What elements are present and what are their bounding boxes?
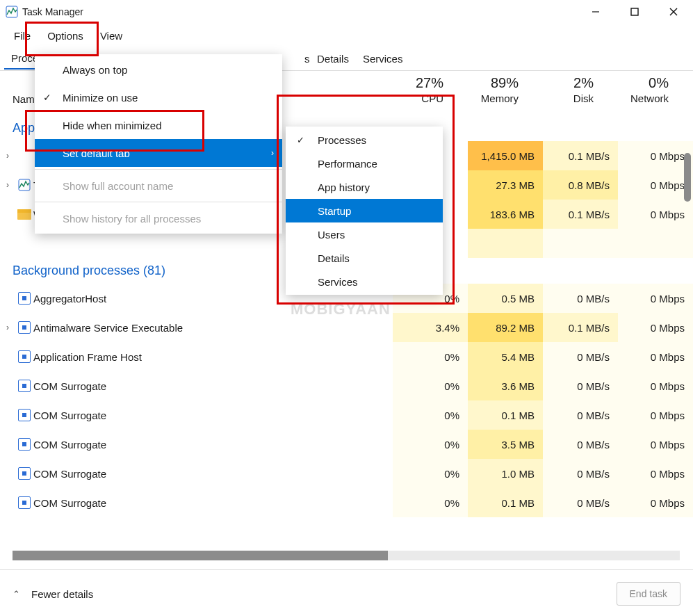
network-cell: 0 Mbps bbox=[618, 371, 693, 400]
memory-usage-percent: 89% bbox=[449, 75, 519, 91]
check-icon: ✓ bbox=[297, 135, 304, 145]
fewer-details-link[interactable]: Fewer details bbox=[31, 588, 93, 600]
horizontal-scrollbar[interactable] bbox=[13, 551, 680, 560]
network-cell: 0 Mbps bbox=[618, 342, 693, 371]
option-always-on-top[interactable]: Always on top bbox=[35, 56, 282, 83]
network-cell: 0 Mbps bbox=[618, 284, 693, 313]
process-row[interactable]: COM Surrogate 0% 3.6 MB 0 MB/s 0 Mbps bbox=[0, 371, 693, 400]
submenu-label: App history bbox=[318, 181, 370, 193]
disk-cell: 0.1 MB/s bbox=[543, 200, 618, 229]
process-row[interactable]: Application Frame Host 0% 5.4 MB 0 MB/s … bbox=[0, 342, 693, 371]
cpu-cell: 0% bbox=[393, 430, 468, 459]
submenu-services[interactable]: Services bbox=[286, 270, 443, 293]
task-manager-app-icon bbox=[6, 6, 18, 18]
option-label: Minimize on use bbox=[63, 92, 138, 104]
option-label: Always on top bbox=[63, 64, 127, 76]
memory-cell: 0.1 MB bbox=[468, 400, 543, 430]
submenu-label: Users bbox=[318, 229, 345, 241]
process-name: COM Surrogate bbox=[33, 468, 393, 480]
process-name: Antimalware Service Executable bbox=[33, 322, 393, 334]
expand-chevron-icon[interactable]: › bbox=[0, 180, 15, 190]
process-row[interactable]: COM Surrogate 0% 0.1 MB 0 MB/s 0 Mbps bbox=[0, 400, 693, 430]
column-header-disk[interactable]: 2% Disk bbox=[524, 75, 594, 104]
submenu-startup[interactable]: Startup bbox=[286, 199, 443, 222]
network-cell: 0 Mbps bbox=[618, 313, 693, 342]
column-header-cpu[interactable]: 27% CPU bbox=[374, 75, 443, 104]
vertical-scroll-thumb[interactable] bbox=[684, 153, 691, 202]
end-task-button[interactable]: End task bbox=[617, 582, 680, 606]
process-name: COM Surrogate bbox=[33, 439, 393, 451]
network-cell: 0 Mbps bbox=[618, 170, 693, 200]
options-dropdown-menu: Always on top ✓ Minimize on use Hide whe… bbox=[35, 54, 282, 234]
tab-services[interactable]: Services bbox=[356, 49, 410, 69]
svg-rect-2 bbox=[631, 8, 638, 15]
menu-separator bbox=[35, 169, 282, 170]
network-cell: 0 Mbps bbox=[618, 200, 693, 229]
menu-options[interactable]: Options bbox=[39, 26, 92, 46]
check-icon: ✓ bbox=[43, 92, 51, 103]
process-icon bbox=[15, 350, 33, 363]
process-row[interactable]: COM Surrogate 0% 3.5 MB 0 MB/s 0 Mbps bbox=[0, 430, 693, 459]
chevron-up-icon[interactable]: ⌃ bbox=[13, 589, 20, 599]
disk-cell: 0 MB/s bbox=[543, 488, 618, 517]
watermark-text: MOBIGYAAN bbox=[291, 300, 391, 318]
menubar: File Options View bbox=[0, 24, 693, 47]
menu-file[interactable]: File bbox=[6, 26, 39, 46]
cpu-cell: 0% bbox=[393, 488, 468, 517]
titlebar: Task Manager bbox=[0, 0, 693, 24]
menu-view[interactable]: View bbox=[92, 26, 131, 46]
memory-cell: 1.0 MB bbox=[468, 459, 543, 488]
submenu-processes[interactable]: ✓ Processes bbox=[286, 128, 443, 152]
memory-cell: 27.3 MB bbox=[468, 170, 543, 200]
submenu-details[interactable]: Details bbox=[286, 246, 443, 270]
close-button[interactable] bbox=[654, 0, 693, 24]
submenu-label: Startup bbox=[318, 205, 351, 217]
memory-label: Memory bbox=[449, 92, 519, 104]
network-cell: 0 Mbps bbox=[618, 400, 693, 430]
expand-chevron-icon[interactable]: › bbox=[0, 151, 15, 161]
submenu-performance[interactable]: Performance bbox=[286, 152, 443, 175]
window-control-buttons bbox=[576, 0, 693, 24]
process-row[interactable]: COM Surrogate 0% 1.0 MB 0 MB/s 0 Mbps bbox=[0, 459, 693, 488]
process-icon bbox=[15, 496, 33, 509]
option-hide-when-minimized[interactable]: Hide when minimized bbox=[35, 111, 282, 139]
column-header-network[interactable]: 0% Network bbox=[599, 75, 669, 104]
process-name: COM Surrogate bbox=[33, 380, 393, 392]
memory-cell: 3.5 MB bbox=[468, 430, 543, 459]
network-cell: 0 Mbps bbox=[618, 430, 693, 459]
submenu-users[interactable]: Users bbox=[286, 222, 443, 246]
option-set-default-tab[interactable]: Set default tab › bbox=[35, 139, 282, 167]
horizontal-scroll-thumb[interactable] bbox=[13, 551, 388, 560]
network-usage-percent: 0% bbox=[599, 75, 669, 91]
disk-cell: 0 MB/s bbox=[543, 284, 618, 313]
menu-separator bbox=[35, 202, 282, 202]
submenu-app-history[interactable]: App history bbox=[286, 175, 443, 199]
network-cell: 0 Mbps bbox=[618, 488, 693, 517]
option-label: Show history for all processes bbox=[63, 213, 201, 225]
option-minimize-on-use[interactable]: ✓ Minimize on use bbox=[35, 83, 282, 111]
disk-cell: 0.1 MB/s bbox=[543, 141, 618, 170]
disk-cell: 0 MB/s bbox=[543, 342, 618, 371]
submenu-label: Details bbox=[318, 252, 350, 264]
memory-cell: 0.1 MB bbox=[468, 488, 543, 517]
minimize-button[interactable] bbox=[576, 0, 615, 24]
network-cell: 0 Mbps bbox=[618, 141, 693, 170]
network-cell: 0 Mbps bbox=[618, 459, 693, 488]
expand-chevron-icon[interactable]: › bbox=[0, 323, 15, 332]
disk-cell: 0 MB/s bbox=[543, 459, 618, 488]
tab-details[interactable]: Details bbox=[310, 49, 356, 69]
disk-cell: 0 MB/s bbox=[543, 430, 618, 459]
column-header-memory[interactable]: 89% Memory bbox=[449, 75, 519, 104]
disk-cell: 0 MB/s bbox=[543, 400, 618, 430]
submenu-label: Services bbox=[318, 276, 358, 288]
footer: ⌃ Fewer details End task bbox=[0, 572, 693, 616]
maximize-button[interactable] bbox=[615, 0, 654, 24]
folder-icon bbox=[15, 209, 33, 220]
tab-truncated-suffix: s bbox=[303, 49, 310, 69]
memory-cell: 5.4 MB bbox=[468, 342, 543, 371]
cpu-usage-percent: 27% bbox=[374, 75, 443, 91]
cpu-cell: 0% bbox=[393, 400, 468, 430]
process-row[interactable]: COM Surrogate 0% 0.1 MB 0 MB/s 0 Mbps bbox=[0, 488, 693, 517]
process-icon bbox=[15, 409, 33, 421]
option-label: Set default tab bbox=[63, 147, 130, 159]
